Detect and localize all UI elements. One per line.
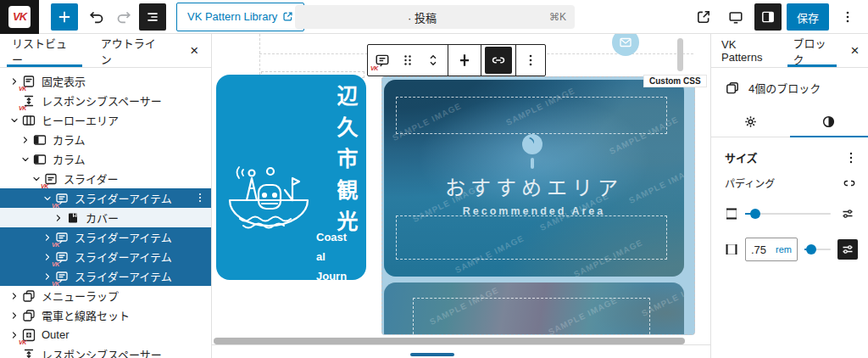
list-view-item-cover[interactable]: カバー <box>0 208 211 227</box>
list-view-item-spacer[interactable]: VKレスポンシブスペーサー <box>0 344 211 358</box>
spacer-block-icon: VK <box>22 348 36 358</box>
spacer-placeholder <box>413 298 650 335</box>
canvas-footer <box>212 344 710 358</box>
tab-settings[interactable] <box>711 106 790 137</box>
list-view-item-slideritem[interactable]: VKスライダーアイテム <box>0 188 211 208</box>
preview-external-icon <box>696 9 711 25</box>
vk-logo-button[interactable]: VK <box>0 0 39 34</box>
save-button[interactable]: 保存 <box>787 3 829 31</box>
more-vertical-icon <box>841 10 854 24</box>
tab-styles[interactable] <box>790 106 868 137</box>
device-preview-button[interactable] <box>722 3 749 31</box>
slide-card-block[interactable]: 辺久市観光 Coast al Journ <box>216 75 366 280</box>
coastal-logo-icon <box>221 153 316 241</box>
column-block-icon <box>33 133 47 147</box>
chevron-right-icon[interactable] <box>7 289 22 303</box>
mail-icon <box>619 36 632 49</box>
list-view-item-label: Outer <box>42 328 70 341</box>
list-view-icon <box>145 9 160 25</box>
list-view-item-outer[interactable]: VKOuter <box>0 325 211 344</box>
redo-icon <box>115 8 132 25</box>
list-view-item-column[interactable]: カラム <box>0 130 211 149</box>
chevron-right-icon[interactable] <box>7 309 22 322</box>
vertical-padding-slider[interactable] <box>745 213 831 215</box>
list-view-tree: VK固定表示VKレスポンシブスペーサーヒーローエリアカラムカラムVKスライダーV… <box>0 68 211 358</box>
horizontal-padding-slider[interactable] <box>804 249 831 250</box>
options-menu-button[interactable] <box>834 3 861 31</box>
tab-list-view[interactable]: リストビュー <box>0 34 89 67</box>
drag-handle[interactable] <box>395 45 420 76</box>
block-editor: VK VK Pattern Library <box>0 0 868 358</box>
list-view-item-slideritem[interactable]: VKスライダーアイテム <box>0 227 211 247</box>
undo-button[interactable] <box>83 3 110 31</box>
preview-external-button[interactable] <box>690 3 717 31</box>
alignment-button[interactable] <box>450 45 479 76</box>
block-type-button[interactable]: VK <box>370 45 395 76</box>
settings-sidebar: VK Patterns ブロック × 4個のブロック サイズ <box>710 34 868 358</box>
page-block-icon: VK <box>22 75 36 88</box>
close-list-view-button[interactable]: × <box>178 34 211 67</box>
list-view-item-group[interactable]: メニューラップ <box>0 286 211 305</box>
slide-card-subtitle: Coast al Journ <box>316 227 347 286</box>
vk-pattern-library-button[interactable]: VK Pattern Library <box>176 3 304 31</box>
tab-outline[interactable]: アウトライン <box>89 34 178 67</box>
block-toolbar: VK <box>367 44 546 76</box>
plus-icon <box>57 9 72 25</box>
list-view-item-label: カラム <box>53 131 86 148</box>
list-view-item-slider[interactable]: VKスライダー <box>0 169 211 188</box>
chevron-right-icon[interactable] <box>51 211 66 225</box>
slideritem-block-icon: VK <box>55 270 69 283</box>
custom-css-badge: Custom CSS <box>643 75 707 87</box>
custom-size-toggle-icon[interactable] <box>837 204 858 224</box>
item-options-icon[interactable] <box>194 191 206 204</box>
block-boundary-guide <box>259 34 260 75</box>
tab-block[interactable]: ブロック <box>782 34 841 67</box>
padding-unit[interactable]: rem <box>776 244 792 255</box>
multi-block-icon <box>725 81 740 96</box>
list-view-item-label: メニューラップ <box>42 288 119 304</box>
close-settings-button[interactable]: × <box>842 34 868 67</box>
list-view-item-group[interactable]: 電車と線路セット <box>0 305 211 325</box>
list-view-item-column[interactable]: カラム <box>0 149 211 169</box>
list-view-item-columns[interactable]: ヒーローエリア <box>0 110 211 130</box>
list-view-item-label: カバー <box>86 210 119 226</box>
padding-value-input[interactable]: .75 rem <box>745 238 798 261</box>
canvas-vertical-scrollbar[interactable] <box>677 38 683 71</box>
list-view-item-label: スライダーアイテム <box>75 229 172 245</box>
cover-block-recommended-area[interactable]: おすすめエリア Recommended Area SAMPLE IMAGESAM… <box>384 80 684 277</box>
document-command-bar[interactable]: · 投稿 ⌘K <box>295 5 575 29</box>
cover-block-food[interactable]: SAMPLE IMAGESAMPLE IMAGESAMPLE IMAGE <box>384 282 684 335</box>
sidebar-panel-icon <box>760 9 776 25</box>
spacer-placeholder <box>396 215 667 260</box>
chevron-down-icon[interactable] <box>18 153 33 166</box>
list-view-item-slideritem[interactable]: VKスライダーアイテム <box>0 266 211 286</box>
unlink-sides-icon[interactable] <box>843 176 856 190</box>
list-view-item-label: 固定表示 <box>42 73 86 89</box>
size-options-icon[interactable] <box>844 151 858 165</box>
block-inserter-button[interactable] <box>51 3 78 31</box>
block-options-button[interactable] <box>518 45 543 76</box>
redo-button[interactable] <box>110 3 137 31</box>
chevron-down-icon[interactable] <box>7 114 22 127</box>
list-view-item-slideritem[interactable]: VKスライダーアイテム <box>0 247 211 266</box>
editor-canvas[interactable]: 辺久市観光 Coast al Journ <box>212 34 710 358</box>
slider-thumb[interactable] <box>750 209 760 219</box>
external-link-icon <box>282 11 293 22</box>
list-view-item-spacer[interactable]: VKレスポンシブスペーサー <box>0 91 211 110</box>
canvas-horizontal-scrollbar[interactable] <box>214 338 685 344</box>
list-view-toggle-button[interactable] <box>139 3 166 31</box>
block-mover[interactable] <box>420 45 446 76</box>
list-view-item-label: スライダーアイテム <box>75 268 172 284</box>
chevron-right-icon[interactable] <box>18 133 33 147</box>
list-view-item-page[interactable]: VK固定表示 <box>0 71 211 91</box>
slider-thumb[interactable] <box>806 244 816 255</box>
group-block-icon <box>22 309 36 322</box>
editor-header: VK VK Pattern Library <box>0 0 868 34</box>
settings-sidebar-toggle-button[interactable] <box>754 3 782 31</box>
list-view-item-label: ヒーローエリア <box>42 112 119 128</box>
tab-vk-patterns[interactable]: VK Patterns <box>711 34 782 67</box>
custom-size-toggle-active-icon[interactable] <box>837 239 858 260</box>
command-shortcut: ⌘K <box>549 11 575 23</box>
link-button[interactable] <box>485 47 512 74</box>
slider-block[interactable]: おすすめエリア Recommended Area SAMPLE IMAGESAM… <box>381 76 695 335</box>
